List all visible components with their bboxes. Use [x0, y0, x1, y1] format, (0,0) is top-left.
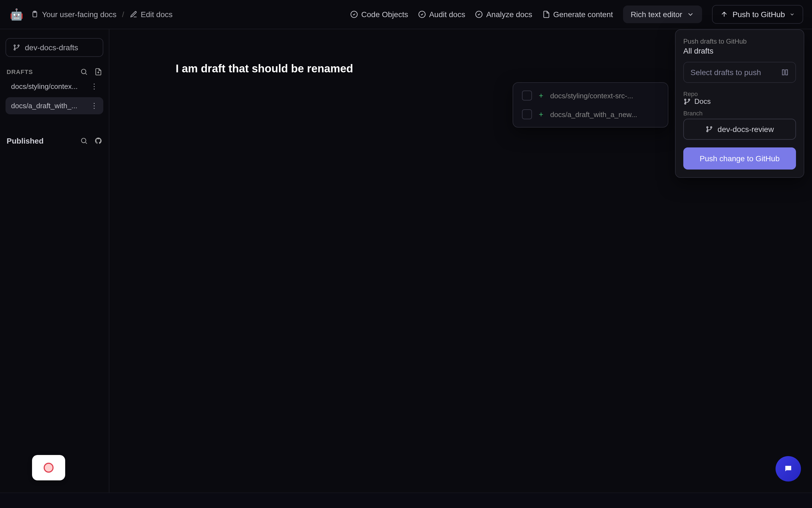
push-to-github-button[interactable]: Push to GitHub: [712, 5, 803, 24]
breadcrumb-docs-label: Your user-facing docs: [42, 10, 117, 19]
breadcrumb-docs[interactable]: Your user-facing docs: [31, 10, 117, 19]
checkbox[interactable]: [522, 109, 532, 119]
svg-point-8: [81, 138, 86, 143]
select-drafts-dropdown[interactable]: Select drafts to push: [683, 62, 796, 83]
search-icon[interactable]: [80, 137, 88, 145]
svg-point-13: [710, 127, 712, 128]
svg-point-10: [689, 99, 690, 100]
svg-point-12: [707, 127, 708, 128]
draft-select-name: docs/a_draft_with_a_new...: [550, 110, 637, 119]
check-circle-icon: [350, 10, 358, 18]
upload-icon: [720, 10, 728, 18]
breadcrumb-edit[interactable]: Edit docs: [130, 10, 173, 19]
analyze-docs-action[interactable]: Analyze docs: [475, 10, 532, 19]
chat-bubble[interactable]: [776, 456, 801, 481]
git-branch-icon: [705, 125, 713, 133]
topbar: 🤖 Your user-facing docs / Edit docs Code…: [0, 0, 812, 29]
branch-selector[interactable]: dev-docs-drafts: [5, 38, 103, 57]
generate-content-label: Generate content: [553, 10, 613, 19]
svg-point-14: [707, 131, 708, 132]
push-panel: Push drafts to GitHub All drafts Select …: [675, 29, 804, 178]
branch-label: Branch: [683, 110, 796, 117]
draft-item[interactable]: docs/styling/contex... ⋮: [5, 78, 103, 95]
plus-icon: ＋: [537, 109, 545, 119]
check-circle-icon: [418, 10, 426, 18]
branch-input[interactable]: dev-docs-review: [683, 119, 796, 140]
chevron-down-icon: [687, 10, 694, 18]
document-title[interactable]: I am draft that should be renamed: [176, 62, 746, 75]
chevron-down-icon: [789, 12, 795, 17]
push-change-button[interactable]: Push change to GitHub: [683, 147, 796, 170]
checkbox[interactable]: [522, 91, 532, 100]
drafts-section-header: DRAFTS: [5, 66, 103, 78]
app-logo[interactable]: 🤖: [9, 7, 24, 22]
code-objects-label: Code Objects: [361, 10, 408, 19]
drafts-list: docs/styling/contex... ⋮ docs/a_draft_wi…: [5, 78, 103, 114]
drafts-header-label: DRAFTS: [7, 69, 33, 75]
git-branch-icon: [683, 97, 691, 105]
more-icon[interactable]: ⋮: [91, 82, 98, 91]
push-panel-subtitle: All drafts: [683, 46, 796, 55]
clipboard-icon: [31, 10, 39, 18]
repo-name: Docs: [694, 97, 710, 105]
svg-point-9: [685, 99, 686, 100]
check-circle-icon: [475, 10, 483, 18]
breadcrumb-edit-label: Edit docs: [141, 10, 173, 19]
audit-docs-label: Audit docs: [429, 10, 465, 19]
editor-mode-select[interactable]: Rich text editor: [623, 5, 702, 23]
published-header-label: Published: [7, 136, 44, 145]
document-icon: [542, 10, 550, 18]
draft-item[interactable]: docs/a_draft_with_... ⋮: [5, 97, 103, 114]
record-icon: [44, 463, 53, 473]
book-icon: [781, 69, 789, 76]
drafts-select-popover: ＋ docs/styling/context-src-... ＋ docs/a_…: [513, 82, 668, 128]
top-actions: Code Objects Audit docs Analyze docs Gen…: [350, 5, 803, 24]
repo-value: Docs: [683, 97, 796, 105]
svg-point-6: [14, 49, 15, 50]
draft-item-name: docs/styling/contex...: [11, 82, 78, 91]
breadcrumb: Your user-facing docs / Edit docs: [31, 10, 173, 19]
more-icon[interactable]: ⋮: [91, 101, 98, 110]
svg-point-4: [14, 45, 15, 46]
github-icon[interactable]: [94, 137, 102, 145]
breadcrumb-separator: /: [122, 10, 124, 19]
chat-icon: [784, 464, 793, 473]
svg-point-7: [81, 69, 86, 74]
bottombar: [0, 493, 812, 508]
draft-select-name: docs/styling/context-src-...: [550, 91, 633, 100]
push-button-label: Push to GitHub: [732, 10, 785, 19]
repo-label: Repo: [683, 91, 796, 97]
record-widget[interactable]: [32, 455, 65, 480]
push-panel-title: Push drafts to GitHub: [683, 38, 796, 45]
branch-input-value: dev-docs-review: [718, 125, 774, 134]
branch-name: dev-docs-drafts: [25, 43, 78, 52]
draft-item-name: docs/a_draft_with_...: [11, 101, 77, 110]
analyze-docs-label: Analyze docs: [486, 10, 532, 19]
plus-icon: ＋: [537, 91, 545, 100]
audit-docs-action[interactable]: Audit docs: [418, 10, 465, 19]
svg-point-5: [18, 45, 19, 46]
new-file-icon[interactable]: [94, 68, 102, 76]
select-placeholder: Select drafts to push: [690, 68, 761, 77]
sidebar: dev-docs-drafts DRAFTS docs/styling/cont…: [0, 29, 109, 493]
code-objects-action[interactable]: Code Objects: [350, 10, 408, 19]
svg-point-11: [685, 103, 686, 104]
editor-mode-label: Rich text editor: [631, 10, 682, 19]
edit-icon: [130, 10, 137, 18]
git-branch-icon: [13, 44, 21, 51]
published-section-header: Published: [5, 134, 103, 147]
generate-content-action[interactable]: Generate content: [542, 10, 613, 19]
draft-select-row[interactable]: ＋ docs/styling/context-src-...: [517, 86, 664, 105]
search-icon[interactable]: [80, 68, 88, 76]
draft-select-row[interactable]: ＋ docs/a_draft_with_a_new...: [517, 105, 664, 124]
